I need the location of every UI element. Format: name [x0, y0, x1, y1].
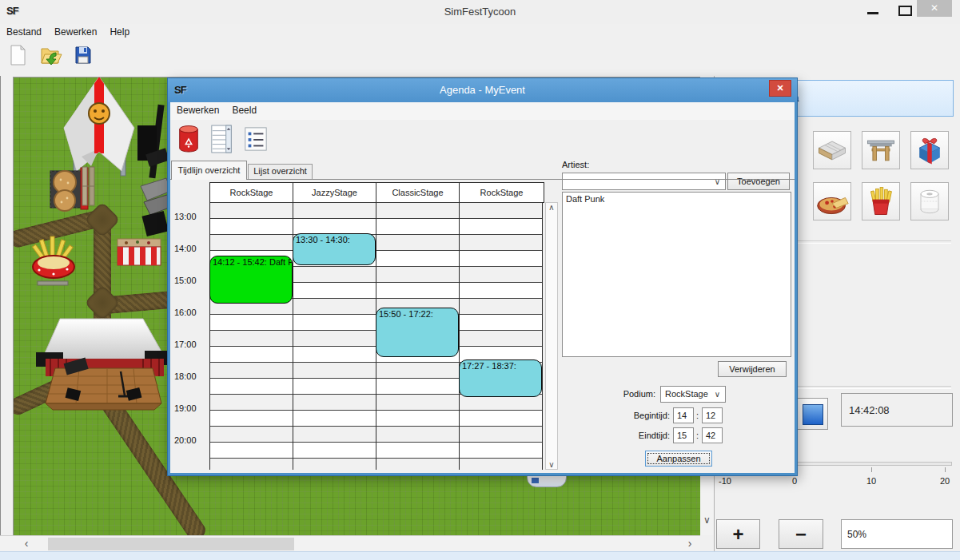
- end-hour-field[interactable]: 15: [673, 427, 694, 443]
- slider-tick-label: 10: [855, 476, 887, 486]
- time-label: 17:00: [174, 340, 209, 349]
- schedule-header-row: RockStageJazzyStageClassicStageRockStage: [209, 182, 544, 203]
- close-button[interactable]: ✕: [917, 0, 952, 17]
- maximize-button[interactable]: [898, 6, 912, 16]
- tabpage-border: [170, 179, 795, 180]
- chevron-down-icon: ∨: [715, 387, 720, 402]
- podium-label: Podium:: [584, 389, 655, 399]
- shop-item-torii-gate[interactable]: [862, 131, 900, 169]
- time-label: 14:00: [174, 244, 209, 253]
- shop-item-pizza[interactable]: [813, 182, 851, 220]
- add-artist-button[interactable]: Toevoegen: [727, 173, 790, 190]
- podium-combo-value: RockStage: [665, 389, 708, 399]
- play-icon: [803, 404, 823, 425]
- begin-hour-field[interactable]: 14: [673, 407, 694, 423]
- slider-tick-label: -10: [709, 476, 741, 486]
- stage-platform-icon: [815, 133, 850, 168]
- window-bottom-strip: [0, 551, 960, 560]
- stage-column-header: RockStage: [210, 183, 293, 202]
- game-clock-display: 14:42:08: [841, 393, 953, 427]
- remove-button[interactable]: Verwijderen: [718, 361, 787, 377]
- timeline-view-button[interactable]: [208, 121, 237, 158]
- shop-item-stage-platform[interactable]: [813, 131, 851, 169]
- dialog-title: Agenda - MyEvent: [168, 84, 797, 96]
- artist-combobox[interactable]: ∨: [562, 173, 726, 190]
- scroll-up-icon[interactable]: ∧: [546, 203, 557, 212]
- fries-stand-object[interactable]: [31, 235, 78, 286]
- main-menubar: BestandBewerkenHelp: [0, 24, 960, 40]
- shop-item-fries[interactable]: [862, 182, 900, 220]
- new-document-button[interactable]: [3, 42, 32, 73]
- play-pause-button[interactable]: [796, 398, 828, 430]
- menu-item-help[interactable]: Help: [103, 24, 136, 38]
- apply-button[interactable]: Aanpassen: [645, 451, 712, 467]
- minimize-button[interactable]: [867, 12, 878, 14]
- tab-tijdlijn-overzicht[interactable]: Tijdlijn overzicht: [171, 161, 247, 180]
- podium-combobox[interactable]: RockStage ∨: [660, 386, 726, 403]
- tab-lijst-overzicht[interactable]: Lijst overzicht: [248, 164, 313, 179]
- map-object-partial[interactable]: [527, 475, 567, 487]
- schedule-event[interactable]: 14:12 - 15:42: Daft Punk: [209, 256, 293, 304]
- window-title: SimFestTycoon: [0, 6, 960, 18]
- zoom-out-button[interactable]: −: [779, 519, 823, 549]
- list-view-button[interactable]: [241, 121, 270, 158]
- open-folder-icon: [38, 42, 63, 68]
- menu-item-bewerken[interactable]: Bewerken: [48, 24, 103, 38]
- zoom-in-button[interactable]: +: [716, 519, 760, 549]
- list-view-icon: [243, 121, 269, 157]
- stage-column-header: RockStage: [460, 183, 544, 202]
- map-horizontal-scrollbar[interactable]: ‹ ›: [0, 535, 700, 552]
- artist-list-item[interactable]: Daft Punk: [563, 193, 791, 205]
- bench-object[interactable]: [81, 165, 97, 207]
- fries-icon: [863, 184, 898, 219]
- begin-time-label: Begintijd:: [566, 411, 670, 420]
- torii-gate-icon: [863, 133, 898, 168]
- time-label: 20:00: [174, 435, 209, 445]
- begin-minute-field[interactable]: 12: [702, 407, 723, 423]
- scroll-left-icon[interactable]: ‹: [19, 537, 34, 550]
- dialog-menubar: BewerkenBeeld: [170, 102, 795, 120]
- dialog-close-button[interactable]: ✕: [769, 80, 791, 97]
- time-label: 13:00: [174, 212, 209, 221]
- open-folder-button[interactable]: [36, 42, 65, 73]
- shop-item-gift-box[interactable]: [910, 131, 949, 169]
- end-minute-field[interactable]: 42: [702, 427, 723, 443]
- shop-item-toilet-paper[interactable]: [910, 182, 949, 220]
- slider-tick: [871, 467, 872, 472]
- dialog-toolbar: [170, 120, 795, 160]
- timeline-view-icon: [209, 121, 235, 157]
- scroll-right-icon[interactable]: ›: [683, 537, 697, 550]
- scroll-down-icon[interactable]: ∨: [546, 460, 557, 469]
- time-label: 15:00: [174, 276, 209, 285]
- stage-equipment-object[interactable]: [131, 103, 171, 239]
- main-stage-object[interactable]: [31, 312, 175, 415]
- trash-bin-button[interactable]: [174, 121, 203, 158]
- main-toolbar: [0, 40, 960, 76]
- map-hscroll-thumb[interactable]: [48, 538, 294, 550]
- dialog-menu-item-bewerken[interactable]: Bewerken: [170, 102, 225, 116]
- toilet-paper-icon: [912, 184, 947, 219]
- schedule-scrollbar[interactable]: ∧ ∨: [545, 202, 558, 470]
- save-floppy-button[interactable]: [69, 42, 98, 73]
- gift-box-icon: [912, 133, 947, 168]
- dialog-titlebar[interactable]: SF Agenda - MyEvent ✕: [168, 78, 797, 102]
- artist-list[interactable]: Daft Punk: [562, 192, 791, 357]
- schedule-grid[interactable]: 14:12 - 15:42: Daft Punk13:30 - 14:30:15…: [209, 202, 543, 470]
- striped-stand-object[interactable]: [117, 238, 161, 267]
- slider-tick-label: 0: [779, 476, 811, 486]
- save-floppy-icon: [70, 42, 96, 68]
- dialog-menu-item-beeld[interactable]: Beeld: [225, 102, 263, 116]
- zoom-level-field[interactable]: 50%: [841, 519, 953, 549]
- trash-bin-icon: [176, 121, 201, 157]
- schedule-event[interactable]: 13:30 - 14:30:: [293, 233, 376, 265]
- slider-tick-label: 20: [929, 476, 960, 486]
- scroll-down-icon[interactable]: ∨: [700, 514, 714, 526]
- stage-column-header: ClassicStage: [376, 183, 460, 202]
- menu-item-bestand[interactable]: Bestand: [0, 24, 48, 38]
- schedule-event[interactable]: 15:50 - 17:22:: [376, 308, 459, 356]
- end-time-label: Eindtijd:: [566, 431, 670, 440]
- schedule-event[interactable]: 17:27 - 18:37:: [459, 359, 542, 397]
- slider-tick: [945, 467, 946, 472]
- time-colon: :: [696, 411, 699, 420]
- main-titlebar[interactable]: SF SimFestTycoon ✕: [0, 0, 960, 24]
